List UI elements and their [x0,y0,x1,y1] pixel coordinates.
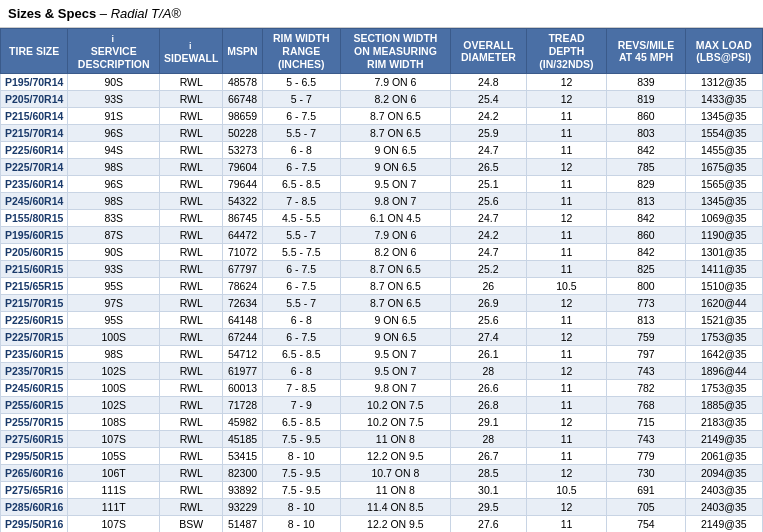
table-cell: 26.5 [450,159,526,176]
table-cell: 9 ON 6.5 [340,159,450,176]
table-cell: 11 [526,448,607,465]
table-cell: 6 - 8 [262,363,340,380]
table-cell: 26.7 [450,448,526,465]
table-cell: 9 ON 6.5 [340,312,450,329]
table-cell: 2061@35 [685,448,762,465]
table-cell: 2149@35 [685,516,762,532]
table-row: P225/60R1595SRWL641486 - 89 ON 6.525.611… [1,312,763,329]
table-cell: 25.6 [450,312,526,329]
table-row: P245/60R15100SRWL600137 - 8.59.8 ON 726.… [1,380,763,397]
table-cell: P215/65R15 [1,278,68,295]
table-cell: P235/60R14 [1,176,68,193]
table-cell: RWL [160,91,223,108]
table-cell: 98S [68,193,160,210]
table-cell: 12 [526,91,607,108]
table-cell: 782 [607,380,685,397]
table-cell: 2403@35 [685,499,762,516]
table-cell: P245/60R14 [1,193,68,210]
table-cell: 12.2 ON 9.5 [340,516,450,532]
table-cell: 1510@35 [685,278,762,295]
table-cell: 12 [526,414,607,431]
table-cell: 5.5 - 7 [262,295,340,312]
specs-table: TIRE SIZE iSERVICE DESCRIPTION iSIDEWALL… [0,28,763,532]
table-cell: 93S [68,261,160,278]
table-cell: 28.5 [450,465,526,482]
table-cell: 11 [526,261,607,278]
table-cell: 11 [526,142,607,159]
table-cell: 105S [68,448,160,465]
table-cell: 819 [607,91,685,108]
table-row: P255/60R15102SRWL717287 - 910.2 ON 7.526… [1,397,763,414]
table-cell: 9.5 ON 7 [340,363,450,380]
table-cell: 8.7 ON 6.5 [340,125,450,142]
table-cell: 10.5 [526,278,607,295]
table-cell: 107S [68,516,160,532]
table-cell: 11 ON 8 [340,431,450,448]
table-container: TIRE SIZE iSERVICE DESCRIPTION iSIDEWALL… [0,28,763,532]
info-icon-service: i [107,33,119,45]
table-cell: 9.5 ON 7 [340,346,450,363]
table-cell: 8 - 10 [262,516,340,532]
col-header-overall-diameter: OVERALL DIAMETER [450,29,526,74]
table-cell: 829 [607,176,685,193]
table-cell: 11 [526,176,607,193]
table-cell: P225/60R14 [1,142,68,159]
table-cell: 79604 [223,159,262,176]
table-cell: 24.2 [450,108,526,125]
table-row: P195/70R1490SRWL485785 - 6.57.9 ON 624.8… [1,74,763,91]
table-cell: 100S [68,329,160,346]
table-cell: 11 [526,108,607,125]
table-cell: 6 - 8 [262,142,340,159]
table-cell: 9.5 ON 7 [340,176,450,193]
table-cell: 1455@35 [685,142,762,159]
table-cell: 730 [607,465,685,482]
table-cell: P285/60R16 [1,499,68,516]
table-cell: 8.7 ON 6.5 [340,278,450,295]
table-cell: 842 [607,244,685,261]
table-cell: 797 [607,346,685,363]
table-cell: 5.5 - 7 [262,125,340,142]
table-row: P225/70R15100SRWL672446 - 7.59 ON 6.527.… [1,329,763,346]
table-cell: 5.5 - 7 [262,227,340,244]
table-cell: 11 [526,227,607,244]
table-cell: 90S [68,74,160,91]
table-cell: 87S [68,227,160,244]
table-cell: 8.7 ON 6.5 [340,295,450,312]
table-cell: 25.2 [450,261,526,278]
table-cell: 25.1 [450,176,526,193]
table-cell: 91S [68,108,160,125]
table-cell: 9 ON 6.5 [340,329,450,346]
table-cell: 860 [607,227,685,244]
table-cell: P205/70R14 [1,91,68,108]
table-cell: P195/60R15 [1,227,68,244]
table-cell: 11 [526,380,607,397]
col-header-mspn: MSPN [223,29,262,74]
table-cell: 860 [607,108,685,125]
table-cell: 5 - 6.5 [262,74,340,91]
table-cell: BSW [160,516,223,532]
table-cell: 8.7 ON 6.5 [340,108,450,125]
table-cell: RWL [160,295,223,312]
table-cell: 6.1 ON 4.5 [340,210,450,227]
table-cell: RWL [160,227,223,244]
table-cell: 51487 [223,516,262,532]
table-cell: 8.7 ON 6.5 [340,261,450,278]
table-cell: RWL [160,176,223,193]
table-cell: 96S [68,176,160,193]
table-cell: 82300 [223,465,262,482]
table-cell: 1675@35 [685,159,762,176]
table-cell: RWL [160,346,223,363]
table-cell: 25.4 [450,91,526,108]
table-cell: 1885@35 [685,397,762,414]
table-row: P275/60R15107SRWL451857.5 - 9.511 ON 828… [1,431,763,448]
table-cell: 67244 [223,329,262,346]
table-cell: 7.5 - 9.5 [262,482,340,499]
table-cell: P235/60R15 [1,346,68,363]
table-cell: 60013 [223,380,262,397]
table-cell: 102S [68,363,160,380]
table-cell: P155/80R15 [1,210,68,227]
table-cell: 9.8 ON 7 [340,193,450,210]
col-header-sidewall: iSIDEWALL [160,29,223,74]
table-cell: 759 [607,329,685,346]
table-cell: 11 [526,397,607,414]
